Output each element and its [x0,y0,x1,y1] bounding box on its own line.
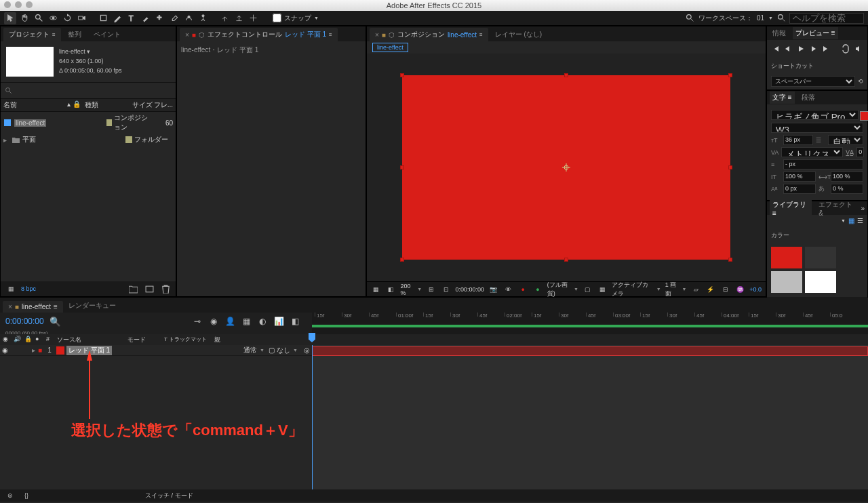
puppet-tool-icon[interactable] [197,12,209,24]
tracking-input[interactable]: 0 [856,147,864,157]
composition-tab[interactable]: × ■ ⬡ コンポジション line-effect ≡ [370,28,488,41]
color-swatch[interactable] [771,271,802,293]
comp-chip[interactable]: line-effect [372,43,408,52]
transform-handle[interactable] [564,258,568,262]
character-tab[interactable]: 文字 ≡ [770,92,795,104]
shortcut-select[interactable]: スペースバー [771,76,855,87]
font-size-input[interactable]: 36 px [783,135,813,145]
mask-toggle-icon[interactable]: ◧ [386,283,397,296]
graph-editor-icon[interactable]: 📊 [273,315,285,327]
rotate-tool-icon[interactable] [61,12,73,24]
kerning-select[interactable]: メトリクス [781,147,843,157]
new-comp-icon[interactable] [143,283,155,295]
axis-view-icon[interactable] [247,12,259,24]
vscale-input[interactable]: 100 % [783,172,816,182]
lib-grid-icon[interactable]: ▦ [848,217,854,224]
leading-select[interactable]: 自動 [828,135,863,145]
loop-icon[interactable] [841,44,850,55]
toggle-switches-icon[interactable]: ⊚ [4,489,16,502]
fast-preview-icon[interactable]: ⚡ [705,283,716,296]
project-item-folder[interactable]: ▸ 平面 フォルダー [1,134,176,146]
interpret-icon[interactable]: ▦ [5,283,17,295]
text-tool-icon[interactable]: T [125,12,138,24]
zoom-tool-icon[interactable] [33,12,45,24]
mute-icon[interactable] [854,44,863,55]
shape-tool-icon[interactable] [97,12,109,24]
next-frame-icon[interactable] [808,44,818,55]
comp-mini-flowchart-icon[interactable]: ⊸ [191,315,203,327]
reset-icon[interactable]: ⟲ [858,78,863,85]
effect-controls-tab[interactable]: × ■ ⬡ エフェクトコントロール レッド 平面 1 ≡ [180,28,338,41]
search-icon[interactable] [684,12,696,24]
font-weight-select[interactable]: W3 [771,123,863,133]
res-icon[interactable]: ⊞ [426,283,437,296]
layer-row[interactable]: ◉ ▸ ■ 1 レッド 平面 1 通常 ▢ なし ◎ [0,345,312,356]
current-time[interactable]: 0:00:00:00 [5,317,44,326]
snap-toggle[interactable]: スナップ ▼ [269,14,323,23]
exposure-value[interactable]: +0.0 [749,286,762,293]
channel-r-icon[interactable]: ● [517,283,528,296]
show-snapshot-icon[interactable]: 👁 [503,283,514,296]
transform-handle[interactable] [728,165,732,169]
transform-handle[interactable] [728,258,732,262]
prev-frame-icon[interactable] [783,44,793,55]
layer-mode-select[interactable]: 通常 [239,346,269,355]
layer-matte-select[interactable]: なし [277,346,304,355]
timeline-search[interactable] [50,317,180,327]
transform-handle[interactable] [728,73,732,77]
motion-blur-icon[interactable]: ◐ [256,315,269,327]
layer-tab[interactable]: レイヤー (なし) [490,28,547,41]
linespace-input[interactable]: - px [783,159,863,169]
comp-time[interactable]: 0:00:00:00 [456,286,485,293]
eraser-tool-icon[interactable] [168,12,180,24]
camera-tool-icon[interactable] [75,12,87,24]
guides-icon[interactable]: ⊡ [441,283,452,296]
layer-duration-bar[interactable] [312,346,868,356]
pen-tool-icon[interactable] [111,12,123,24]
play-icon[interactable] [796,44,806,55]
color-swatch[interactable] [805,271,836,293]
paint-tab[interactable]: ペイント [88,28,126,41]
bpc-button[interactable]: 8 bpc [21,285,36,292]
frame-blend-icon[interactable]: ▦ [240,315,252,327]
hide-shy-icon[interactable]: 👤 [224,315,236,327]
timeline-track-area[interactable] [312,345,868,489]
project-tab[interactable]: プロジェクト ≡ [3,28,61,41]
transform-handle[interactable] [400,165,404,169]
grid-icon[interactable]: ▦ [597,283,608,296]
red-solid-layer[interactable] [402,75,730,260]
axis-local-icon[interactable] [218,12,231,24]
new-folder-icon[interactable] [127,283,139,295]
hand-tool-icon[interactable] [18,12,31,24]
render-queue-tab[interactable]: レンダーキュー [63,299,121,313]
layer-color-swatch[interactable] [56,346,64,355]
hscale-input[interactable]: 100 % [831,172,863,182]
brainstorm-icon[interactable]: ◧ [289,315,301,327]
transform-handle[interactable] [564,73,568,77]
toggle-modes-icon[interactable]: {} [20,489,33,502]
orbit-tool-icon[interactable] [47,12,59,24]
alpha-grid-icon[interactable]: ▦ [371,283,382,296]
project-search-input[interactable] [13,84,172,97]
clone-tool-icon[interactable] [154,12,166,24]
color-swatch[interactable] [771,247,802,268]
composition-viewer[interactable] [367,54,766,281]
roi-icon[interactable]: ▢ [583,283,593,296]
flowchart-icon[interactable]: ♒ [735,283,746,296]
brush-tool-icon[interactable] [140,12,152,24]
channel-g-icon[interactable]: ● [532,283,543,296]
transform-handle[interactable] [400,73,404,77]
project-item-list[interactable]: line-effect コンポジション 60 ▸ 平面 フォルダー [1,112,176,281]
roto-tool-icon[interactable] [182,12,195,24]
switches-mode-toggle[interactable]: スイッチ / モード [145,491,193,500]
draft3d-icon[interactable]: ◉ [208,315,220,327]
window-traffic-lights[interactable] [4,1,33,8]
timeline-comp-tab[interactable]: ×■ line-effect ≡ [3,301,63,313]
workspace-selector[interactable]: ワークスペース： 01 ▼ [698,14,773,23]
camera-dropdown[interactable]: アクティブカメラ [612,281,660,298]
axis-world-icon[interactable] [233,12,245,24]
resolution-dropdown[interactable]: (フル画質) [547,281,578,298]
last-frame-icon[interactable] [821,44,831,55]
paragraph-tab[interactable]: 段落 [799,92,818,104]
snapshot-icon[interactable]: 📷 [488,283,499,296]
